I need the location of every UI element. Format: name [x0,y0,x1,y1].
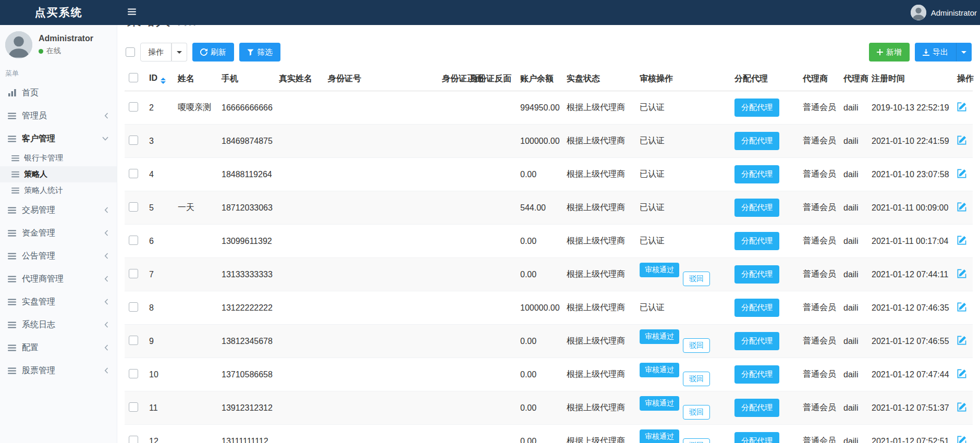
assign-agent-button[interactable]: 分配代理 [734,332,779,350]
sidebar-toggle-button[interactable] [128,8,136,17]
column-header[interactable]: 代理商 [799,67,839,91]
sidebar-item-strategist-stats[interactable]: 策略人统计 [0,182,117,199]
approve-button[interactable]: 审核通过 [640,396,679,411]
assign-agent-button[interactable]: 分配代理 [734,232,779,250]
approve-button[interactable]: 审核通过 [640,329,679,344]
row-checkbox[interactable] [129,169,138,178]
cell-assign: 分配代理 [730,191,799,225]
sidebar-item-strategists[interactable]: 策略人 [0,166,117,182]
cell-id: 9 [145,325,174,358]
column-header[interactable]: 手机 [217,67,275,91]
row-checkbox[interactable] [129,336,138,345]
edit-button[interactable] [957,402,966,412]
edit-button[interactable] [957,136,966,145]
reject-button[interactable]: 驳回 [683,438,710,443]
cell-name [174,325,217,358]
row-checkbox[interactable] [129,202,138,212]
approve-button[interactable]: 审核通过 [640,429,679,443]
reject-button[interactable]: 驳回 [683,372,710,386]
assign-agent-button[interactable]: 分配代理 [734,132,779,150]
column-header[interactable]: 真实姓名 [275,67,324,91]
reject-button[interactable]: 驳回 [683,405,710,420]
column-header[interactable]: 分配代理 [730,67,799,91]
row-checkbox[interactable] [129,236,138,245]
reject-button[interactable]: 驳回 [683,338,710,353]
user-menu[interactable]: Administrator [911,5,977,20]
sidebar-item-notices[interactable]: 公告管理 [0,244,117,267]
column-header[interactable]: 操作 [953,67,973,91]
sidebar-item-trades[interactable]: 交易管理 [0,199,117,221]
chart-icon [7,89,17,96]
edit-button[interactable] [957,236,966,245]
export-button[interactable]: 导出 [915,43,956,61]
edit-button[interactable] [957,369,966,378]
edit-button[interactable] [957,269,966,278]
assign-agent-button[interactable]: 分配代理 [734,265,779,284]
column-header[interactable]: 代理商 [839,67,867,91]
column-header[interactable]: 身份证号 [324,67,438,91]
row-checkbox[interactable] [129,302,138,312]
sidebar-item-stocks[interactable]: 股票管理 [0,359,117,382]
assign-agent-button[interactable]: 分配代理 [734,165,779,183]
operation-button[interactable]: 操作 [140,43,172,61]
cell-real-name [275,158,324,191]
column-header[interactable]: ID [145,67,174,91]
assign-agent-button[interactable]: 分配代理 [734,99,779,117]
sidebar-item-customers[interactable]: 客户管理 [0,127,117,150]
edit-button[interactable] [957,169,966,178]
row-checkbox[interactable] [129,436,138,443]
assign-agent-button[interactable]: 分配代理 [734,399,779,417]
assign-agent-button[interactable]: 分配代理 [734,299,779,317]
select-all-row-checkbox[interactable] [129,73,138,82]
approve-button[interactable]: 审核通过 [640,363,679,377]
online-dot-icon [39,49,43,54]
filter-button[interactable]: 筛选 [239,43,280,61]
select-all-checkbox[interactable] [126,47,135,57]
row-checkbox[interactable] [129,136,138,145]
add-button[interactable]: 新增 [869,43,910,61]
cell-phone: 13122222222 [217,291,275,325]
sidebar-item-real-trading[interactable]: 实盘管理 [0,290,117,313]
cell-actions [953,225,973,258]
sidebar-item-admins[interactable]: 管理员 [0,104,117,127]
reject-button[interactable]: 驳回 [683,272,710,286]
sidebar-item-config[interactable]: 配置 [0,336,117,359]
brand-logo[interactable]: 点买系统 [0,5,117,20]
refresh-button[interactable]: 刷新 [192,43,234,61]
cell-level: 普通会员 [799,158,839,191]
row-checkbox[interactable] [129,102,138,112]
cell-id-front [438,258,466,291]
column-header[interactable]: 账户余额 [516,67,562,91]
approve-button[interactable]: 审核通过 [640,263,679,277]
edit-button[interactable] [957,436,966,443]
column-header[interactable]: 姓名 [174,67,217,91]
operation-dropdown-toggle[interactable] [172,43,187,61]
assign-agent-button[interactable]: 分配代理 [734,365,779,384]
column-header[interactable]: 身份证反面 [466,67,516,91]
column-header[interactable]: 注册时间 [867,67,953,91]
cell-trade-status: 根据上级代理商 [562,425,635,443]
sidebar-item-funds[interactable]: 资金管理 [0,221,117,244]
cell-id-card [324,258,438,291]
assign-agent-button[interactable]: 分配代理 [734,432,779,443]
sidebar-item-bank-cards[interactable]: 银行卡管理 [0,150,117,166]
sidebar-item-agents[interactable]: 代理商管理 [0,267,117,290]
column-header[interactable]: 实盘状态 [562,67,635,91]
sidebar-item-home[interactable]: 首页 [0,81,117,104]
assign-agent-button[interactable]: 分配代理 [734,199,779,217]
bars-icon [7,367,17,374]
edit-button[interactable] [957,336,966,345]
edit-button[interactable] [957,302,966,312]
column-header[interactable]: 身份证正面 [438,67,466,91]
row-checkbox[interactable] [129,402,138,412]
sidebar-item-system-logs[interactable]: 系统日志 [0,313,117,336]
edit-button[interactable] [957,102,966,112]
sort-icon[interactable] [161,78,166,84]
column-header[interactable]: 审核操作 [635,67,730,91]
row-checkbox[interactable] [129,269,138,278]
cell-trade-status: 根据上级代理商 [562,258,635,291]
edit-button[interactable] [957,202,966,212]
avatar [911,5,926,20]
export-dropdown-toggle[interactable] [956,43,972,61]
row-checkbox[interactable] [129,369,138,378]
